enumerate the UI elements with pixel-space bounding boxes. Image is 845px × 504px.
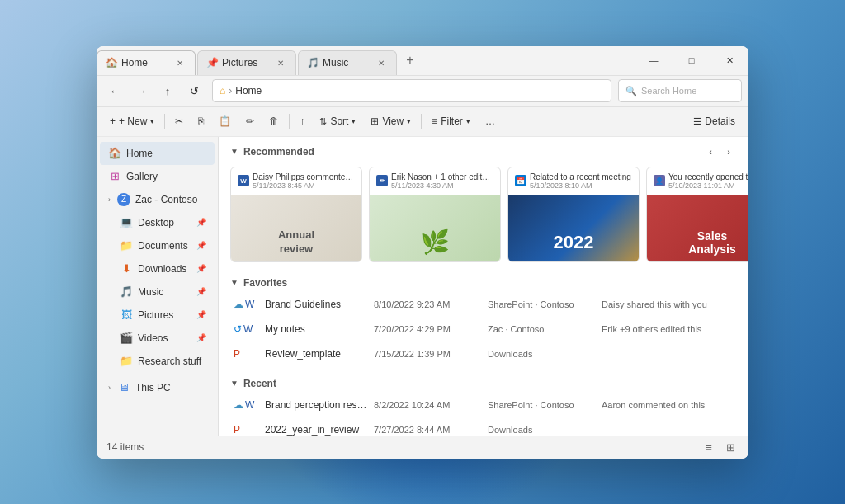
brand-perception-name: Brand perception research [265, 399, 367, 411]
maximize-button[interactable]: □ [673, 46, 710, 76]
card-annual-review[interactable]: W Daisy Philipps commented on... 5/11/20… [230, 167, 362, 262]
rename-button[interactable]: ✏ [239, 111, 261, 132]
more-button[interactable]: … [479, 111, 502, 132]
grid-view-button[interactable]: ⊞ [722, 439, 739, 455]
word-icon-2: W [243, 323, 253, 335]
view-button[interactable]: ⊞ View ▾ [364, 111, 418, 132]
view-icon: ⊞ [371, 115, 379, 127]
music-icon: 🎵 [120, 285, 133, 299]
year-review-name: 2022_year_in_review [265, 424, 367, 436]
documents-icon: 📁 [120, 239, 133, 252]
search-box[interactable]: 🔍 Search Home [618, 79, 742, 102]
card-brand-date: 5/10/2023 8:10 AM [530, 181, 632, 190]
sidebar-item-downloads[interactable]: ⬇ Downloads 📌 [100, 257, 215, 280]
card-plant-date: 5/11/2023 4:30 AM [391, 181, 493, 190]
minimize-button[interactable]: — [635, 46, 673, 76]
sidebar-item-this-pc[interactable]: › 🖥 This PC [100, 376, 215, 399]
file-row-my-notes[interactable]: ↺ W My notes 7/20/2022 4:29 PM Zac · Con… [230, 317, 737, 341]
sidebar-item-videos[interactable]: 🎬 Videos 📌 [100, 327, 215, 350]
sidebar-gallery-label: Gallery [126, 171, 158, 182]
year-review-location: Downloads [488, 425, 595, 435]
paste-button[interactable]: 📋 [212, 111, 238, 132]
card-sales-thumb: SalesAnalysis [647, 195, 748, 262]
details-label: Details [705, 115, 735, 127]
new-tab-button[interactable]: + [399, 49, 422, 72]
cut-button[interactable]: ✂ [168, 111, 190, 132]
card-sales-analysis[interactable]: 👤 You recently opened this 5/10/2023 11:… [646, 167, 748, 262]
zac-avatar-icon: Z [117, 193, 130, 206]
card-plant-care[interactable]: ✏ Erik Nason + 1 other edited this 5/11/… [369, 167, 501, 262]
file-row-brand-guidelines[interactable]: ☁ W Brand Guidelines 8/10/2022 9:23 AM S… [230, 292, 737, 317]
sidebar-item-research[interactable]: 📁 Research stuff [100, 350, 215, 373]
card-plant-thumb: 🌿 [370, 195, 500, 262]
brand-perception-icons: ☁ W [234, 399, 258, 411]
share-button[interactable]: ↑ [293, 111, 311, 132]
recommended-chevron[interactable]: ▼ [230, 147, 238, 156]
sort-label: Sort [330, 115, 348, 127]
sidebar-item-gallery[interactable]: ⊞ Gallery [100, 165, 215, 188]
sidebar-item-desktop[interactable]: 💻 Desktop 📌 [100, 211, 215, 234]
tab-music-label: Music [323, 57, 371, 68]
documents-pin-icon: 📌 [196, 241, 206, 250]
tab-home-close[interactable]: ✕ [173, 56, 186, 69]
details-button[interactable]: ☰ Details [687, 111, 742, 132]
cloud-icon: ☁ [234, 299, 243, 310]
file-row-brand-perception[interactable]: ☁ W Brand perception research 8/2/2022 1… [230, 393, 737, 417]
desktop-pin-icon: 📌 [196, 218, 206, 227]
sidebar-item-home[interactable]: 🏠 Home [100, 142, 215, 165]
favorites-chevron[interactable]: ▼ [230, 278, 238, 287]
new-button[interactable]: + + New ▾ [103, 111, 161, 132]
sidebar-this-pc-label: This PC [135, 382, 171, 393]
close-button[interactable]: ✕ [710, 46, 748, 76]
card-brand-design[interactable]: 📅 Related to a recent meeting 5/10/2023 … [507, 167, 640, 262]
filter-button[interactable]: ≡ Filter ▾ [425, 111, 477, 132]
forward-button[interactable]: → [130, 79, 153, 102]
back-button[interactable]: ← [103, 79, 126, 102]
copy-button[interactable]: ⎘ [191, 111, 210, 132]
home-icon: 🏠 [108, 147, 121, 160]
recommended-nav: ‹ › [702, 144, 737, 160]
recommended-prev-button[interactable]: ‹ [702, 144, 719, 160]
new-icon: + [110, 115, 116, 127]
list-view-button[interactable]: ≡ [701, 439, 717, 455]
sidebar-item-pictures[interactable]: 🖼 Pictures 📌 [100, 304, 215, 327]
card-sales-header: 👤 You recently opened this 5/10/2023 11:… [647, 167, 748, 195]
address-bar[interactable]: ⌂ › Home [212, 79, 611, 102]
tab-home[interactable]: 🏠 Home ✕ [97, 50, 196, 75]
window-controls: — □ ✕ [635, 46, 748, 75]
refresh-button[interactable]: ↺ [182, 79, 205, 102]
up-button[interactable]: ↑ [156, 79, 179, 102]
loop-icon: ↺ [234, 323, 242, 335]
sidebar-item-music[interactable]: 🎵 Music 📌 [100, 280, 215, 304]
sidebar-downloads-label: Downloads [138, 263, 186, 275]
downloads-pin-icon: 📌 [196, 264, 206, 273]
titlebar: 🏠 Home ✕ 📌 Pictures ✕ 🎵 Music ✕ + — □ ✕ [97, 46, 748, 76]
card-plant-user: Erik Nason + 1 other edited this [391, 172, 493, 181]
tab-pictures-close[interactable]: ✕ [274, 56, 287, 69]
delete-button[interactable]: 🗑 [262, 111, 286, 132]
recommended-next-button[interactable]: › [720, 144, 737, 160]
sidebar-item-documents[interactable]: 📁 Documents 📌 [100, 234, 215, 257]
recent-chevron[interactable]: ▼ [230, 379, 238, 388]
tab-pictures[interactable]: 📌 Pictures ✕ [197, 50, 296, 75]
file-row-review-template[interactable]: P Review_template 7/15/2022 1:39 PM Down… [230, 341, 737, 366]
annual-thumb-text: Annualreview [278, 228, 314, 257]
review-template-date: 7/15/2022 1:39 PM [374, 349, 481, 359]
word-icon: W [245, 299, 254, 310]
tab-music[interactable]: 🎵 Music ✕ [298, 50, 397, 75]
sidebar-item-zac-contoso[interactable]: › Z Zac - Contoso [100, 188, 215, 211]
new-chevron: ▾ [150, 117, 154, 125]
review-template-icons: P [234, 348, 258, 360]
file-row-year-in-review[interactable]: P 2022_year_in_review 7/27/2022 8:44 AM … [230, 417, 737, 436]
desktop-icon: 💻 [120, 216, 133, 229]
new-label: + New [119, 115, 147, 127]
sidebar-zac-label: Zac - Contoso [135, 194, 197, 205]
recommended-label: Recommended [243, 146, 314, 158]
separator-1 [164, 114, 165, 129]
sort-button[interactable]: ⇅ Sort ▾ [313, 111, 362, 132]
sidebar-research-label: Research stuff [138, 356, 201, 367]
sidebar: 🏠 Home ⊞ Gallery › Z Zac - Contoso 💻 Des… [97, 137, 219, 436]
card-sales-user: You recently opened this [668, 172, 748, 181]
tab-music-close[interactable]: ✕ [375, 56, 388, 69]
main-panel: ▼ Recommended ‹ › W Daisy Philipps comme… [219, 137, 748, 436]
